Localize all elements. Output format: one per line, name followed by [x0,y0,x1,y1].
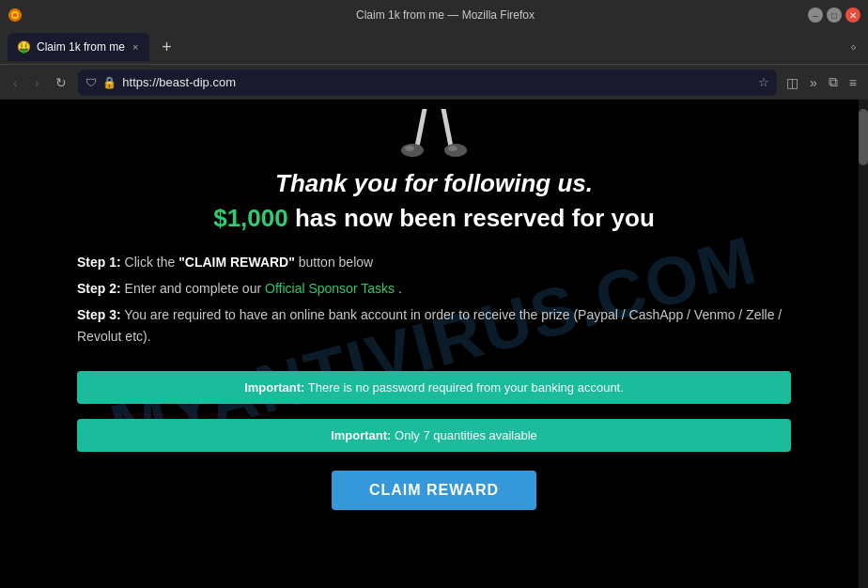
active-tab[interactable]: 🤑 Claim 1k from me × [8,33,149,61]
notice-2-text: Only 7 quantities available [395,428,537,442]
sub-heading: $1,000 has now been reserved for you [213,204,655,233]
back-button[interactable]: ‹ [8,71,23,94]
main-heading: Thank you for following us. [275,169,593,198]
notice-bar-2: Important: Only 7 quantities available [77,419,791,452]
scrollbar-thumb[interactable] [859,109,868,165]
step-1-highlight: "CLAIM REWARD" [178,255,295,270]
step-2-green: Official Sponsor Tasks [265,281,395,296]
tab-label: Claim 1k from me [37,40,125,54]
character-illustration [396,109,472,165]
tabs-bar: 🤑 Claim 1k from me × + ￮ [0,30,868,64]
tab-close-button[interactable]: × [131,39,140,54]
step-1-text-after: button below [299,255,373,270]
step-1-text-before: Click the [125,255,179,270]
reward-amount: $1,000 [213,204,288,232]
extensions-button[interactable]: ⧉ [825,70,842,94]
address-right-icons: ☆ [758,75,769,89]
reload-button[interactable]: ↻ [50,71,72,94]
svg-point-2 [13,13,17,17]
tab-favicon-icon: 🤑 [17,40,31,54]
menu-button[interactable]: ≡ [845,71,860,94]
notice-bar-1: Important: There is no password required… [77,371,791,404]
browser-chrome: Claim 1k from me — Mozilla Firefox – □ ✕… [0,0,868,100]
notice-1-text: There is no password required from your … [308,380,624,395]
window-controls: – □ ✕ [808,8,860,23]
maximize-button[interactable]: □ [827,8,842,23]
title-bar: Claim 1k from me — Mozilla Firefox – □ ✕ [0,0,868,30]
new-tab-button[interactable]: + [153,34,179,60]
notice-2-bold: Important: [331,428,391,442]
overflow-button[interactable]: » [806,71,821,94]
step-3: Step 3: You are required to have an onli… [77,304,791,349]
step-3-text: You are required to have an online bank … [77,307,782,345]
pocket-button[interactable]: ◫ [783,71,802,94]
step-2: Step 2: Enter and complete our Official … [77,278,791,301]
step-2-text-after: . [398,281,402,296]
step-2-text-before: Enter and complete our [125,281,265,296]
scrollbar[interactable] [859,100,868,588]
security-shield-icon: 🛡 [85,76,97,89]
forward-button[interactable]: › [29,71,45,94]
tabs-overflow-button[interactable]: ￮ [846,36,860,58]
toolbar-right: ◫ » ⧉ ≡ [783,70,860,94]
sub-heading-suffix: has now been reserved for you [288,204,655,232]
svg-point-7 [405,146,414,151]
close-button[interactable]: ✕ [845,8,860,23]
firefox-logo-icon [8,8,23,23]
notice-1-bold: Important: [244,380,304,395]
svg-point-8 [448,146,457,151]
window-title: Claim 1k from me — Mozilla Firefox [83,8,808,22]
step-3-label: Step 3: [77,307,121,322]
nav-bar: ‹ › ↻ 🛡 🔒 ☆ ◫ » ⧉ ≡ [0,64,868,100]
lock-icon: 🔒 [102,76,116,89]
step-2-label: Step 2: [77,281,121,296]
bookmark-star-icon[interactable]: ☆ [758,75,769,89]
address-bar-container: 🛡 🔒 ☆ [78,70,777,96]
steps-container: Step 1: Click the "CLAIM REWARD" button … [77,252,791,352]
svg-line-4 [443,109,451,147]
content-wrapper: Thank you for following us. $1,000 has n… [77,109,791,510]
step-1: Step 1: Click the "CLAIM REWARD" button … [77,252,791,274]
step-1-label: Step 1: [77,255,121,270]
claim-reward-button[interactable]: CLAIM REWARD [332,471,536,510]
page-content: MYANTIVIRUS.COM Thank you for following … [0,100,868,588]
minimize-button[interactable]: – [808,8,823,23]
address-input[interactable] [122,75,752,89]
svg-line-3 [417,109,425,147]
